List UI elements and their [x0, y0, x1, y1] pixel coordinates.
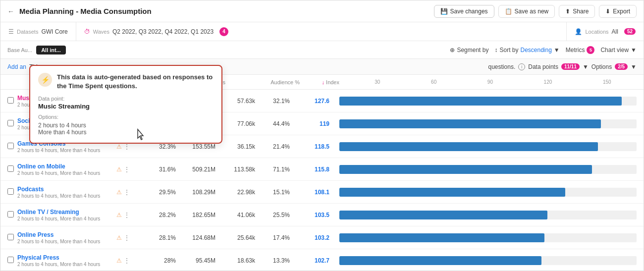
save-as-new-button[interactable]: 📋 Save as new: [498, 5, 555, 18]
row-checkbox[interactable]: [7, 120, 17, 128]
warning-icon: ⚠: [116, 257, 122, 264]
save-changes-button[interactable]: 💾 Save changes: [434, 5, 494, 18]
row-name-label[interactable]: Online TV / Streaming: [17, 209, 116, 216]
row-sub-label: 2 hours to 4 hours, More than 4 hours: [17, 239, 116, 244]
base-audience-label: Base Au...: [7, 47, 32, 53]
page-title: Media Planning - Media Consumption: [19, 7, 434, 15]
row-percentage: 31.6%: [146, 166, 176, 173]
row-chart: [329, 188, 637, 197]
row-index: 103.2: [290, 234, 329, 241]
sort-by-button[interactable]: ↕ Sort by Descending ▼: [494, 47, 559, 54]
tooltip-options-label: Options:: [38, 114, 214, 120]
row-percentage: 28%: [146, 257, 176, 264]
row-icons: ⚠ ⋮: [116, 188, 146, 196]
row-chart: [329, 97, 637, 106]
row-chart: [329, 142, 637, 151]
row-icons: ⚠ ⋮: [116, 211, 146, 219]
datasets-filter[interactable]: ☰ Datasets GWI Core: [0, 22, 76, 41]
more-options-icon[interactable]: ⋮: [123, 188, 130, 196]
locations-filter[interactable]: 👤 Locations All 52: [567, 22, 644, 41]
row-icons: ⚠ ⋮: [116, 165, 146, 173]
row-name-area: Online Press 2 hours to 4 hours, More th…: [17, 231, 116, 244]
row-audience-pct: 25.5%: [255, 212, 290, 218]
location-icon: 👤: [575, 28, 582, 35]
warning-icon: ⚠: [116, 212, 122, 218]
more-options-icon[interactable]: ⋮: [123, 165, 130, 173]
bar-container: [339, 211, 637, 219]
more-options-icon[interactable]: ⋮: [123, 257, 130, 265]
data-points-badge: 11/11: [561, 63, 580, 70]
row-checkbox[interactable]: [7, 165, 17, 173]
row-index: 108.1: [290, 189, 329, 196]
row-checkbox[interactable]: [7, 234, 17, 242]
table-row: Online TV / Streaming 2 hours to 4 hours…: [0, 204, 644, 226]
info-icon[interactable]: i: [518, 63, 525, 70]
row-audience-pct: 13.3%: [255, 257, 290, 264]
row-chart: [329, 256, 637, 265]
th-audience-pct: Audience %: [265, 79, 300, 85]
warning-icon: ⚠: [116, 234, 122, 241]
row-percentage: 28.2%: [146, 212, 176, 218]
metrics-button[interactable]: Metrics 5: [566, 46, 595, 54]
row-audience: 113.58k: [215, 166, 255, 173]
table-row: Online on Mobile 2 hours to 4 hours, Mor…: [0, 158, 644, 181]
save-as-icon: 📋: [505, 8, 512, 15]
back-button[interactable]: ←: [7, 7, 14, 15]
row-audience-pct: 32.1%: [255, 98, 290, 105]
row-chart: [329, 165, 637, 174]
row-chart: [329, 211, 637, 219]
row-sub-label: 2 hours to 4 hours, More than 4 hours: [17, 148, 116, 153]
dp-chevron[interactable]: ▼: [583, 63, 589, 70]
row-index: 115.8: [290, 166, 329, 173]
metrics-badge: 5: [587, 46, 594, 54]
table-row: Physical Press 2 hours to 4 hours, More …: [0, 249, 644, 271]
bar-fill: [339, 119, 601, 128]
warning-icon: ⚠: [116, 166, 122, 173]
row-checkbox[interactable]: [7, 257, 17, 265]
tooltip-warning-icon: ⚡: [38, 73, 52, 87]
bar-container: [339, 233, 637, 242]
segment-by-button[interactable]: ⊕ Segment by: [450, 47, 488, 54]
row-name-label[interactable]: Physical Press: [17, 254, 116, 261]
row-percentage: 29.5%: [146, 189, 176, 196]
add-label[interactable]: Add an: [7, 63, 26, 70]
chart-view-button[interactable]: Chart view ▼: [600, 47, 637, 54]
row-checkbox[interactable]: [7, 211, 17, 219]
all-tab[interactable]: All int...: [36, 46, 66, 54]
row-checkbox[interactable]: [7, 188, 17, 196]
more-options-icon[interactable]: ⋮: [123, 234, 130, 242]
more-options-icon[interactable]: ⋮: [123, 211, 130, 219]
row-audience-pct: 44.4%: [255, 120, 290, 127]
row-index: 118.5: [290, 143, 329, 150]
bar-fill: [339, 211, 547, 219]
share-button[interactable]: ⬆ Share: [559, 5, 595, 18]
row-audience-pct: 17.4%: [255, 234, 290, 241]
questions-label: questions.: [488, 63, 516, 70]
tooltip-title: This data is auto-generated based on res…: [57, 73, 214, 91]
data-points-label: Data points: [528, 63, 558, 70]
header: ← Media Planning - Media Consumption 💾 S…: [0, 0, 644, 22]
row-audience: 22.98k: [215, 189, 255, 196]
row-name-label[interactable]: Podcasts: [17, 186, 116, 193]
row-checkbox[interactable]: [7, 97, 17, 105]
table-row: Podcasts 2 hours to 4 hours, More than 4…: [0, 181, 644, 204]
bar-container: [339, 165, 637, 174]
row-responses: 509.21M: [176, 166, 215, 173]
bar-container: [339, 142, 637, 151]
toolbar-right: ⊕ Segment by ↕ Sort by Descending ▼ Metr…: [450, 46, 637, 54]
bar-fill: [339, 97, 622, 106]
chevron-down-icon: ▼: [554, 47, 560, 54]
datasets-icon: ☰: [8, 28, 14, 35]
export-button[interactable]: ⬇ Export: [599, 5, 637, 18]
row-audience-pct: 71.1%: [255, 166, 290, 173]
row-name-label[interactable]: Online Press: [17, 231, 116, 238]
row-sub-label: 2 hours to 4 hours, More than 4 hours: [17, 216, 116, 221]
waves-filter[interactable]: ⏱ Waves Q2 2022, Q3 2022, Q4 2022, Q1 20…: [76, 22, 567, 41]
row-chart: [329, 233, 637, 242]
row-checkbox[interactable]: [7, 143, 17, 151]
row-name-label[interactable]: Online on Mobile: [17, 163, 116, 170]
opts-chevron[interactable]: ▼: [631, 63, 637, 70]
warning-icon: ⚠: [116, 189, 122, 196]
export-icon: ⬇: [605, 8, 610, 15]
tooltip-option-2: More than 4 hours: [38, 129, 214, 136]
